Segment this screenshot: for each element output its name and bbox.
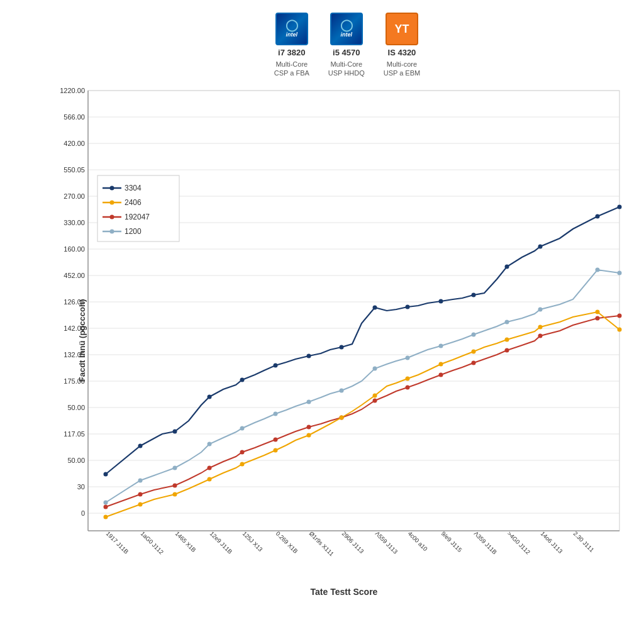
x-axis-ticks: 1917 J11B 1aG0 J112 1465 X1B 12e9 J11B 1… (105, 530, 596, 557)
svg-point-108 (340, 415, 344, 419)
svg-point-107 (307, 433, 311, 437)
svg-text:50.00: 50.00 (67, 404, 85, 411)
svg-text:125J X13: 125J X13 (242, 530, 264, 552)
svg-point-87 (173, 483, 177, 487)
svg-point-98 (538, 333, 543, 338)
intel-icon-i7: ◯ intel (275, 13, 308, 45)
chart-container: ◯ intel i7 3820 Multi-Core CSP a FBA ◯ i… (0, 0, 644, 644)
svg-point-120 (110, 229, 114, 233)
svg-point-100 (618, 313, 622, 318)
svg-point-89 (240, 450, 245, 454)
svg-point-105 (240, 462, 245, 466)
svg-text:50.00: 50.00 (67, 457, 85, 464)
svg-text:1aG0 J112: 1aG0 J112 (140, 530, 165, 555)
svg-text:9/e9 J115: 9/e9 J115 (440, 530, 464, 553)
svg-point-111 (439, 362, 443, 366)
svg-text:117.05: 117.05 (64, 430, 85, 438)
x-axis-label: Tate Testt Score (50, 587, 638, 597)
svg-point-81 (505, 319, 509, 324)
svg-point-57 (240, 377, 245, 382)
legend-label-192047: 192047 (125, 213, 150, 221)
svg-point-74 (274, 411, 278, 416)
svg-point-65 (505, 264, 509, 269)
svg-point-64 (472, 292, 476, 297)
svg-text:1220.00: 1220.00 (60, 87, 85, 94)
svg-point-117 (110, 186, 114, 190)
svg-point-90 (274, 437, 278, 441)
legend-label-3304: 3304 (125, 184, 142, 192)
legend-desc-i7: Multi-Core CSP a FBA (274, 60, 309, 78)
legend-name-i5: i5 4570 (333, 48, 360, 57)
svg-point-77 (373, 366, 377, 370)
svg-point-104 (208, 477, 212, 481)
svg-point-76 (340, 388, 344, 392)
svg-text:566.00: 566.00 (64, 113, 85, 121)
svg-point-78 (406, 355, 410, 360)
svg-point-116 (618, 327, 622, 331)
svg-text:2.30 J111: 2.30 J111 (572, 530, 596, 553)
svg-point-59 (307, 353, 311, 358)
svg-point-63 (439, 299, 443, 303)
svg-point-80 (472, 332, 476, 336)
main-chart-svg: 1220.00 566.00 420.00 550.05 270.00 330.… (50, 84, 629, 581)
legend-desc-is: Multi-core USP a EBM (384, 60, 421, 78)
svg-point-101 (104, 514, 108, 519)
svg-point-110 (406, 376, 410, 380)
legend-item-i7: ◯ intel i7 3820 Multi-Core CSP a FBA (274, 13, 309, 78)
svg-point-93 (373, 398, 377, 402)
svg-text:14o6 J113: 14o6 J113 (540, 530, 564, 554)
svg-point-95 (439, 372, 443, 377)
svg-text:30: 30 (77, 483, 85, 491)
svg-point-91 (307, 425, 311, 429)
chart-wrapper: Facdt Ihnü (pgcccoh) (6, 84, 638, 584)
svg-point-71 (173, 465, 177, 470)
svg-point-118 (110, 200, 114, 204)
svg-text:Λ359 J11B: Λ359 J11B (473, 530, 499, 555)
legend-item-is: YT IS 4320 Multi-core USP a EBM (384, 13, 421, 78)
intel-icon-i5: ◯ intel (330, 13, 363, 45)
svg-text:12e9 J11B: 12e9 J11B (209, 530, 234, 555)
svg-point-72 (208, 441, 212, 446)
svg-point-99 (596, 316, 600, 320)
svg-point-68 (618, 204, 622, 209)
svg-text:0.269 X1B: 0.269 X1B (275, 530, 299, 554)
svg-point-67 (596, 214, 600, 218)
svg-point-75 (307, 399, 311, 404)
svg-text:2906 J113: 2906 J113 (341, 530, 365, 554)
svg-text:4c00 a10: 4c00 a10 (407, 530, 429, 552)
svg-point-53 (104, 472, 108, 476)
svg-point-73 (240, 426, 245, 430)
svg-point-119 (110, 214, 114, 219)
legend-area: ◯ intel i7 3820 Multi-Core CSP a FBA ◯ i… (57, 6, 638, 81)
svg-text:270.00: 270.00 (64, 192, 85, 200)
svg-point-60 (340, 345, 344, 349)
svg-text:>4G0 J112: >4G0 J112 (506, 530, 532, 555)
legend-label-1200: 1200 (125, 227, 142, 236)
svg-point-86 (138, 492, 143, 496)
svg-text:0: 0 (81, 509, 85, 517)
svg-text:420.00: 420.00 (64, 140, 85, 147)
svg-text:330.00: 330.00 (64, 219, 85, 226)
svg-point-102 (138, 502, 143, 506)
svg-text:Ø1r9s X111: Ø1r9s X111 (308, 530, 336, 557)
svg-point-115 (596, 309, 600, 314)
legend-desc-i5: Multi-Core USP HHDQ (328, 60, 365, 78)
svg-point-83 (596, 267, 600, 272)
svg-point-85 (104, 504, 108, 509)
legend-item-i5: ◯ intel i5 4570 Multi-Core USP HHDQ (328, 13, 365, 78)
svg-point-113 (505, 337, 509, 341)
svg-point-96 (472, 360, 476, 365)
legend-label-2406: 2406 (125, 198, 142, 207)
svg-point-103 (173, 492, 177, 496)
svg-point-55 (173, 429, 177, 433)
svg-point-97 (505, 348, 509, 352)
svg-point-82 (538, 307, 543, 311)
legend-name-is: IS 4320 (388, 48, 416, 57)
svg-text:1465 X1B: 1465 X1B (174, 530, 197, 553)
svg-point-84 (618, 270, 622, 275)
svg-point-58 (274, 363, 278, 367)
is-icon-text: YT (394, 23, 409, 36)
svg-point-112 (472, 349, 476, 353)
svg-point-69 (104, 500, 108, 504)
svg-text:1917 J11B: 1917 J11B (105, 530, 130, 555)
